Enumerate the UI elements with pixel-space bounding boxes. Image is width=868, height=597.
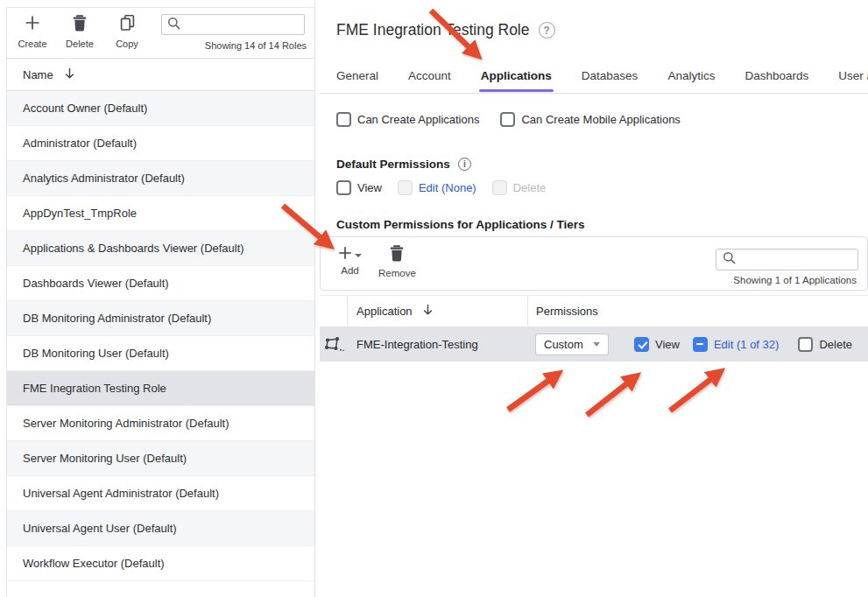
- view-checkbox[interactable]: [634, 337, 649, 352]
- role-name: Dashboards Viewer (Default): [23, 277, 169, 290]
- page-title: FME Inegration Testing Role: [336, 21, 530, 39]
- application-column-header[interactable]: Application: [348, 296, 528, 327]
- chevron-down-icon: [593, 342, 600, 347]
- list-item-role[interactable]: Workflow Executor (Default): [7, 546, 314, 581]
- role-list: Account Owner (Default)Administrator (De…: [7, 91, 314, 581]
- delete-label: Delete: [819, 338, 852, 351]
- roles-toolbar: Create Delete: [7, 8, 314, 59]
- tab-applications[interactable]: Applications: [481, 69, 552, 95]
- list-item-role[interactable]: Account Owner (Default): [7, 91, 314, 126]
- list-item-role[interactable]: Universal Agent User (Default): [7, 511, 314, 546]
- default-permission-label-1: Edit (None): [419, 181, 476, 194]
- default-permission-label-2: Delete: [513, 181, 547, 194]
- delete-checkbox[interactable]: [798, 337, 813, 352]
- default-permission-checkbox-0[interactable]: [336, 180, 351, 195]
- arrow-down-icon: [422, 304, 434, 319]
- info-icon[interactable]: i: [458, 158, 471, 171]
- tab-account[interactable]: Account: [408, 69, 451, 95]
- help-icon[interactable]: ?: [539, 22, 555, 39]
- list-item-role[interactable]: Analytics Administrator (Default): [7, 161, 314, 196]
- remove-label: Remove: [378, 268, 416, 278]
- icon-column-header: [320, 296, 348, 327]
- default-permissions-heading: Default Permissions: [336, 158, 450, 171]
- applications-search-input[interactable]: [740, 254, 852, 266]
- tab-bar: GeneralAccountApplicationsDatabasesAnaly…: [336, 69, 868, 95]
- default-permission-group-2: Delete: [492, 180, 547, 195]
- default-permission-group-1: Edit (None): [398, 180, 476, 195]
- plus-icon: [24, 14, 41, 35]
- roles-list-panel: Create Delete: [6, 7, 314, 597]
- arrow-down-icon: [64, 67, 75, 82]
- role-name: Administrator (Default): [23, 137, 137, 150]
- copy-label: Copy: [116, 39, 138, 49]
- list-item-role[interactable]: DB Monitoring User (Default): [7, 336, 314, 371]
- delete-label: Delete: [66, 39, 94, 49]
- role-name: Workflow Executor (Default): [23, 557, 165, 570]
- list-item-role[interactable]: Dashboards Viewer (Default): [7, 266, 314, 301]
- default-permission-group-0: View: [336, 180, 382, 195]
- applications-table-header: Application Permissions: [320, 295, 868, 327]
- roles-admin-page: Create Delete: [0, 0, 868, 597]
- list-item-role[interactable]: FME Inegration Testing Role: [7, 371, 314, 406]
- can-create-label-1: Can Create Mobile Applications: [521, 113, 680, 126]
- default-permission-label-0: View: [357, 181, 382, 194]
- tabs-divider: [320, 93, 868, 94]
- tab-databases[interactable]: Databases: [582, 69, 639, 95]
- list-item-role[interactable]: Server Monitoring Administrator (Default…: [7, 406, 314, 441]
- add-button[interactable]: Add: [338, 246, 362, 276]
- default-permissions-heading-row: Default Permissions i: [336, 158, 471, 171]
- remove-button[interactable]: Remove: [378, 244, 416, 278]
- role-name: Universal Agent User (Default): [23, 522, 177, 535]
- edit-checkbox[interactable]: [693, 337, 708, 352]
- chevron-down-icon: [355, 254, 362, 257]
- can-create-checkbox-0[interactable]: [336, 112, 351, 127]
- custom-permissions-toolbar: Add Remove Showing 1 of 1 Applicat: [320, 236, 868, 291]
- applications-count-text: Showing 1 of 1 Applications: [733, 275, 857, 285]
- role-name: Server Monitoring User (Default): [23, 452, 187, 465]
- table-row-application[interactable]: FME-Integration-Testing Custom View Edit…: [320, 327, 868, 362]
- can-create-checkbox-1[interactable]: [500, 112, 515, 127]
- role-name: Server Monitoring Administrator (Default…: [23, 417, 229, 430]
- can-create-label-0: Can Create Applications: [357, 113, 479, 126]
- permissions-column-header: Permissions: [528, 296, 868, 327]
- list-item-role[interactable]: Server Monitoring User (Default): [7, 441, 314, 476]
- role-name: AppDynTest_TmpRole: [23, 207, 137, 220]
- view-label: View: [655, 338, 680, 351]
- search-icon: [167, 17, 180, 33]
- can-create-group-1: Can Create Mobile Applications: [500, 112, 680, 127]
- permissions-mode-value: Custom: [544, 338, 583, 351]
- name-column-label: Name: [23, 68, 53, 81]
- role-name: Analytics Administrator (Default): [23, 172, 185, 185]
- list-item-role[interactable]: Universal Agent Administrator (Default): [7, 476, 314, 511]
- view-permission-group: View: [634, 337, 680, 352]
- tab-analytics[interactable]: Analytics: [667, 69, 715, 95]
- list-item-role[interactable]: DB Monitoring Administrator (Default): [7, 301, 314, 336]
- permissions-mode-select[interactable]: Custom: [535, 334, 609, 355]
- tab-user-a[interactable]: User a: [838, 69, 868, 95]
- edit-permission-group: Edit (1 of 32): [693, 337, 779, 352]
- role-name: Applications & Dashboards Viewer (Defaul…: [23, 242, 244, 255]
- create-label: Create: [18, 39, 46, 49]
- roles-list-header[interactable]: Name: [7, 59, 314, 91]
- application-name: FME-Integration-Testing: [348, 338, 528, 351]
- list-item-role[interactable]: Administrator (Default): [7, 126, 314, 161]
- can-create-options-row: Can Create ApplicationsCan Create Mobile…: [336, 112, 681, 127]
- role-name: DB Monitoring User (Default): [23, 347, 169, 360]
- delete-role-button[interactable]: Delete: [60, 14, 100, 49]
- roles-search-box: [161, 14, 305, 35]
- tab-dashboards[interactable]: Dashboards: [745, 69, 808, 95]
- copy-role-button[interactable]: Copy: [109, 14, 145, 49]
- search-icon: [723, 251, 736, 268]
- roles-search-input[interactable]: [185, 18, 299, 31]
- list-item-role[interactable]: AppDynTest_TmpRole: [7, 196, 314, 231]
- application-column-label: Application: [356, 305, 413, 318]
- edit-label[interactable]: Edit (1 of 32): [714, 338, 779, 351]
- list-item-role[interactable]: Applications & Dashboards Viewer (Defaul…: [7, 231, 314, 266]
- default-permissions-options-row: ViewEdit (None)Delete: [336, 180, 546, 195]
- trash-icon: [389, 244, 405, 265]
- role-name: Universal Agent Administrator (Default): [23, 487, 219, 500]
- role-name: FME Inegration Testing Role: [23, 382, 166, 395]
- create-role-button[interactable]: Create: [14, 14, 51, 49]
- tab-general[interactable]: General: [336, 69, 378, 95]
- roles-count-text: Showing 14 of 14 Roles: [205, 40, 307, 51]
